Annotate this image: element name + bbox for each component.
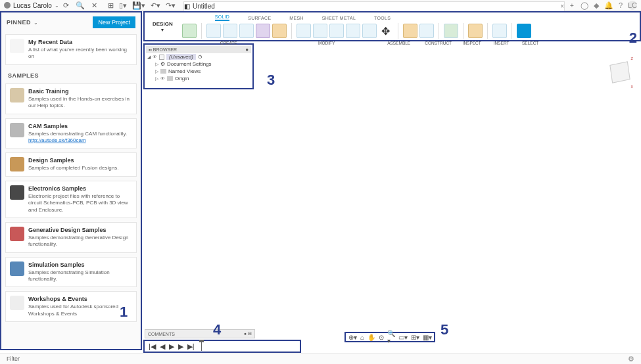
annotation-1: 1 <box>120 304 128 321</box>
item-title: Generative Design Samples <box>28 227 131 233</box>
sample-item[interactable]: Workshops & Events Samples used for Auto… <box>5 291 137 322</box>
tree-named-views[interactable]: ▷Named Views <box>146 68 251 75</box>
sweep-icon[interactable] <box>239 24 254 38</box>
sketch-icon[interactable] <box>182 24 197 38</box>
display-icon[interactable]: ▭▾ <box>398 334 408 341</box>
tab-surface[interactable]: SURFACE <box>248 16 271 20</box>
gear-icon[interactable]: ⚙ <box>628 355 634 363</box>
ribbon-tabs: SOLID SURFACE MESH SHEET METAL TOOLS <box>182 14 637 22</box>
timeline: |◀ ◀ ▶ ▶ ▶| <box>143 340 301 353</box>
timeline-fwd-icon[interactable]: ▶ <box>178 342 183 351</box>
tree-doc-settings[interactable]: ▷⚙Document Settings <box>146 60 251 68</box>
chevron-down-icon[interactable]: ⌄ <box>34 20 38 26</box>
item-desc: Samples of completed Fusion designs. <box>28 165 131 171</box>
canvas-area: DESIGN ▾ SOLID SURFACE MESH SHEET METAL … <box>142 11 641 353</box>
redo-icon[interactable]: ↷▾ <box>166 1 176 10</box>
thumbnail-icon <box>10 262 24 276</box>
timeline-end-icon[interactable]: ▶| <box>187 342 195 351</box>
app-icons: ◯ ◆ 🔔 ? LC <box>577 1 641 10</box>
view-cube[interactable]: z x <box>607 56 633 82</box>
avatar[interactable]: LC <box>628 1 637 10</box>
navigation-bar: ⊕▾ ⌂ ✋ ⊙ 🔍▾ ▭▾ ⊞▾ ▦▾ <box>344 332 435 342</box>
extensions-icon[interactable]: ◯ <box>581 1 588 10</box>
new-tab-icon[interactable]: + <box>567 2 577 9</box>
tree-origin[interactable]: ▷👁Origin <box>146 75 251 82</box>
timeline-play-icon[interactable]: ▶ <box>169 342 174 351</box>
tab-solid[interactable]: SOLID <box>215 14 230 21</box>
help-icon[interactable]: ? <box>619 1 623 9</box>
new-project-button[interactable]: New Project <box>93 16 135 28</box>
workspace-switcher[interactable]: DESIGN ▾ <box>147 14 178 40</box>
browser-header[interactable]: •• BROWSER● <box>146 46 251 53</box>
zoom-icon[interactable]: ⊙ <box>379 334 384 341</box>
sample-item[interactable]: Basic Training Samples used in the Hands… <box>5 83 137 114</box>
pan-icon[interactable]: ✋ <box>368 334 375 341</box>
item-desc: Samples demonstrating Generative Design … <box>28 235 131 248</box>
thumbnail-icon <box>10 185 24 200</box>
grid-display-icon[interactable]: ⊞▾ <box>411 334 419 341</box>
combine-icon[interactable] <box>346 24 360 38</box>
joint-icon[interactable] <box>419 24 434 38</box>
jobs-icon[interactable]: ◆ <box>594 1 599 10</box>
viewport-icon[interactable]: ▦▾ <box>423 334 432 341</box>
move-icon[interactable]: ✥ <box>379 24 393 38</box>
thumbnail-icon <box>10 88 24 102</box>
item-title: Simulation Samples <box>28 262 131 268</box>
select-icon[interactable] <box>517 24 531 38</box>
split-icon[interactable] <box>362 24 377 38</box>
sample-item[interactable]: Simulation Samples Samples demonstrating… <box>5 257 137 288</box>
grid-icon[interactable]: ⊞ <box>108 1 114 10</box>
refresh-icon[interactable]: ⟳ <box>63 1 69 10</box>
extrude-icon[interactable] <box>206 24 221 38</box>
chevron-down-icon: ⌄ <box>55 3 59 9</box>
sample-item[interactable]: CAM Samples Samples demonstrating CAM fu… <box>5 118 137 149</box>
construct-plane-icon[interactable] <box>444 24 458 38</box>
assemble-icon[interactable] <box>403 24 417 38</box>
tree-root[interactable]: ◢👁 (Unsaved)⊙ <box>146 53 251 60</box>
timeline-back-icon[interactable]: ◀ <box>160 342 165 351</box>
inspect-icon[interactable] <box>468 24 483 38</box>
item-title: Design Samples <box>28 157 131 164</box>
comments-bar[interactable]: COMMENTS● ⊟ <box>145 329 255 338</box>
fit-icon[interactable]: 🔍▾ <box>387 330 395 344</box>
notification-icon[interactable]: 🔔 <box>604 1 613 10</box>
file-menu-icon[interactable]: ▯▾ <box>119 1 127 10</box>
thumbnail-icon <box>10 123 24 137</box>
pattern-icon[interactable] <box>272 24 287 38</box>
tab-sheet-metal[interactable]: SHEET METAL <box>322 16 356 20</box>
tool-icons-row: ✥ <box>182 22 637 40</box>
recent-data-item[interactable]: My Recent Data A list of what you've rec… <box>5 34 137 65</box>
search-icon[interactable]: 🔍 <box>76 1 85 10</box>
save-icon[interactable]: 💾▾ <box>132 1 145 10</box>
close-panel-icon[interactable]: ✕ <box>91 1 97 10</box>
fillet-icon[interactable] <box>313 24 327 38</box>
title-bar: Lucas Carolo ⌄ ⟳ 🔍 ✕ ⊞ ▯▾ 💾▾ ↶▾ ↷▾ ◧ Unt… <box>0 0 641 11</box>
box-icon[interactable] <box>256 24 270 38</box>
shell-icon[interactable] <box>329 24 344 38</box>
sample-item[interactable]: Generative Design Samples Samples demons… <box>5 222 137 253</box>
samples-label: SAMPLES <box>1 67 141 81</box>
user-menu[interactable]: Lucas Carolo ⌄ <box>0 2 63 9</box>
thumbnail-icon <box>10 296 24 310</box>
look-icon[interactable]: ⌂ <box>360 334 364 341</box>
filter-label[interactable]: Filter <box>7 355 20 362</box>
revolve-icon[interactable] <box>223 24 237 38</box>
tab-tools[interactable]: TOOLS <box>374 16 391 20</box>
close-icon[interactable]: × <box>560 3 564 10</box>
timeline-marker[interactable] <box>201 342 202 351</box>
sample-item[interactable]: Electronics Samples Electronic project f… <box>5 181 137 218</box>
tab-mesh[interactable]: MESH <box>289 16 303 20</box>
pressball-icon[interactable] <box>297 24 311 38</box>
insert-icon[interactable] <box>492 24 507 38</box>
document-title: Untitled <box>193 3 215 10</box>
orbit-icon[interactable]: ⊕▾ <box>348 334 357 341</box>
document-tab[interactable]: ◧ Untitled × <box>183 1 565 11</box>
annotation-2: 2 <box>629 30 637 47</box>
data-panel: PINNED ⌄ New Project My Recent Data A li… <box>0 11 142 350</box>
browser-tree: •• BROWSER● ◢👁 (Unsaved)⊙ ▷⚙Document Set… <box>143 43 254 89</box>
timeline-start-icon[interactable]: |◀ <box>149 342 156 351</box>
sample-item[interactable]: Design Samples Samples of completed Fusi… <box>5 152 137 176</box>
undo-icon[interactable]: ↶▾ <box>151 1 160 10</box>
annotation-4: 4 <box>213 321 221 338</box>
cam-link[interactable]: http://autode.sk/f360cam <box>28 137 86 143</box>
